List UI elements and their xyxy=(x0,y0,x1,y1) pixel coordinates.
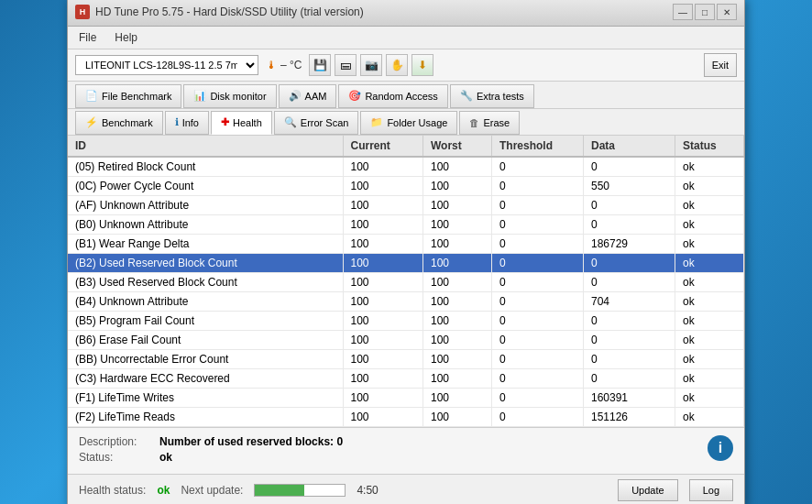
table-row[interactable]: (B1) Wear Range Delta1001000186729ok xyxy=(68,234,744,253)
info-detail-icon[interactable]: i xyxy=(708,435,733,461)
title-bar: H HD Tune Pro 5.75 - Hard Disk/SSD Utili… xyxy=(68,0,744,27)
status-area: Description: Number of used reserved blo… xyxy=(68,427,744,474)
tab-error-scan[interactable]: 🔍 Error Scan xyxy=(274,111,359,135)
toolbar-icon-hand[interactable]: ✋ xyxy=(386,54,408,76)
tab-folder-usage[interactable]: 📁 Folder Usage xyxy=(360,111,457,135)
info-tab-icon: ℹ xyxy=(175,116,179,128)
next-update-label: Next update: xyxy=(181,484,243,497)
erase-icon: 🗑 xyxy=(469,117,479,128)
extra-tests-icon: 🔧 xyxy=(460,90,473,102)
thermometer-icon: 🌡 xyxy=(266,59,277,71)
drive-select[interactable]: LITEONIT LCS-128L9S-11 2.5 7mm 1HC7 ▼ xyxy=(75,55,258,75)
tab-erase[interactable]: 🗑 Erase xyxy=(459,111,520,135)
aam-icon: 🔊 xyxy=(289,90,302,102)
update-button[interactable]: Update xyxy=(618,479,677,501)
col-id: ID xyxy=(68,136,343,157)
bottom-bar: Health status: ok Next update: 4:50 Upda… xyxy=(68,474,744,505)
description-row: Description: Number of used reserved blo… xyxy=(79,435,700,448)
window-controls: — □ ✕ xyxy=(673,4,737,20)
window-title: HD Tune Pro 5.75 - Hard Disk/SSD Utility… xyxy=(95,5,673,18)
table-row[interactable]: (B5) Program Fail Count10010000ok xyxy=(68,311,744,330)
health-status-value: ok xyxy=(157,484,170,497)
smart-table-container: ID Current Worst Threshold Data Status (… xyxy=(68,136,744,427)
disk-monitor-icon: 📊 xyxy=(193,90,206,102)
table-row[interactable]: (AF) Unknown Attribute10010000ok xyxy=(68,195,744,214)
toolbar-icon-2[interactable]: 🖴 xyxy=(335,54,357,76)
progress-fill xyxy=(255,485,304,496)
table-row[interactable]: (0C) Power Cycle Count1001000550ok xyxy=(68,176,744,195)
exit-button[interactable]: Exit xyxy=(704,53,737,77)
health-status-label: Health status: xyxy=(79,484,146,497)
table-row[interactable]: (B6) Erase Fail Count10010000ok xyxy=(68,330,744,349)
table-row[interactable]: (F1) LifeTime Writes1001000160391ok xyxy=(68,388,744,407)
minimize-button[interactable]: — xyxy=(673,4,693,20)
table-row[interactable]: (B4) Unknown Attribute1001000704ok xyxy=(68,291,744,311)
toolbar-icon-1[interactable]: 💾 xyxy=(309,54,331,76)
table-row[interactable]: (B3) Used Reserved Block Count10010000ok xyxy=(68,272,744,291)
error-scan-icon: 🔍 xyxy=(284,116,297,128)
main-window: H HD Tune Pro 5.75 - Hard Disk/SSD Utili… xyxy=(67,0,745,504)
benchmark-icon: ⚡ xyxy=(85,116,98,128)
table-row[interactable]: (F2) LifeTime Reads1001000151126ok xyxy=(68,407,744,426)
random-access-icon: 🎯 xyxy=(348,90,361,102)
tab-extra-tests[interactable]: 🔧 Extra tests xyxy=(450,84,534,108)
menu-bar: File Help xyxy=(68,27,744,49)
health-icon: ✚ xyxy=(221,116,229,128)
tab-random-access[interactable]: 🎯 Random Access xyxy=(338,84,447,108)
log-button[interactable]: Log xyxy=(689,479,733,501)
menu-file[interactable]: File xyxy=(75,29,100,46)
file-benchmark-icon: 📄 xyxy=(85,90,98,102)
tab-file-benchmark[interactable]: 📄 File Benchmark xyxy=(75,84,181,108)
toolbar-icon-download[interactable]: ⬇ xyxy=(411,54,433,76)
tab-benchmark[interactable]: ⚡ Benchmark xyxy=(75,111,163,135)
nav-tabs-bottom: ⚡ Benchmark ℹ Info ✚ Health 🔍 Error Scan… xyxy=(68,109,744,136)
nav-tabs-top: 📄 File Benchmark 📊 Disk monitor 🔊 AAM 🎯 … xyxy=(68,82,744,109)
table-row[interactable]: (BB) Uncorrectable Error Count10010000ok xyxy=(68,349,744,368)
content-area: ID Current Worst Threshold Data Status (… xyxy=(68,136,744,427)
col-worst: Worst xyxy=(423,136,492,157)
description-value: Number of used reserved blocks: 0 xyxy=(159,435,343,448)
folder-usage-icon: 📁 xyxy=(370,116,383,128)
tab-disk-monitor[interactable]: 📊 Disk monitor xyxy=(183,84,276,108)
smart-table: ID Current Worst Threshold Data Status (… xyxy=(68,136,744,427)
table-row[interactable]: (B0) Unknown Attribute10010000ok xyxy=(68,214,744,234)
description-label: Description: xyxy=(79,435,152,448)
tab-info[interactable]: ℹ Info xyxy=(165,111,209,135)
maximize-button[interactable]: □ xyxy=(695,4,715,20)
status-row: Status: ok xyxy=(79,451,700,464)
table-row[interactable]: (B2) Used Reserved Block Count10010000ok xyxy=(68,253,744,272)
status-labels: Description: Number of used reserved blo… xyxy=(79,435,700,466)
status-ok-value: ok xyxy=(159,451,172,464)
toolbar-icon-camera[interactable]: 📷 xyxy=(360,54,382,76)
tab-aam[interactable]: 🔊 AAM xyxy=(279,84,337,108)
tab-health[interactable]: ✚ Health xyxy=(211,111,272,135)
col-threshold: Threshold xyxy=(492,136,584,157)
table-row[interactable]: (C3) Hardware ECC Recovered10010000ok xyxy=(68,368,744,388)
table-row[interactable]: (05) Retired Block Count10010000ok xyxy=(68,157,744,177)
col-data: Data xyxy=(584,136,675,157)
menu-help[interactable]: Help xyxy=(111,29,141,46)
app-icon: H xyxy=(75,5,90,19)
col-current: Current xyxy=(343,136,423,157)
toolbar: LITEONIT LCS-128L9S-11 2.5 7mm 1HC7 ▼ 🌡 … xyxy=(68,49,744,82)
col-status: Status xyxy=(675,136,744,157)
temperature-value: – °C xyxy=(280,59,302,71)
temperature-display: 🌡 – °C xyxy=(262,59,305,71)
countdown-time: 4:50 xyxy=(357,484,378,497)
update-progress-bar xyxy=(254,484,346,497)
status-label: Status: xyxy=(79,451,152,464)
close-button[interactable]: ✕ xyxy=(717,4,737,20)
